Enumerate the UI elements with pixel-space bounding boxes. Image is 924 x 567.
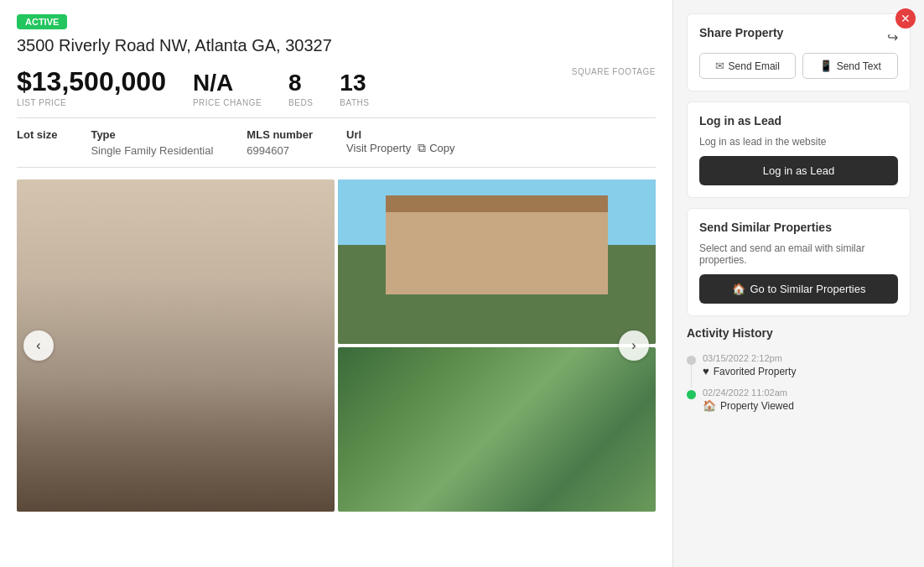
phone-icon: 📱 (819, 60, 833, 72)
send-email-label: Send Email (729, 60, 780, 72)
baths-value: 13 (340, 70, 369, 96)
send-email-button[interactable]: ✉ Send Email (699, 53, 796, 79)
beds-stat: 8 BEDS (288, 70, 313, 107)
activity-dot-1 (687, 390, 696, 399)
house-icon: 🏠 (703, 399, 716, 412)
list-price-value: $13,500,000 (17, 67, 166, 96)
email-icon: ✉ (715, 60, 724, 72)
activity-item-1: 02/24/2022 11:02am 🏠 Property Viewed (687, 382, 911, 417)
beds-value: 8 (288, 70, 313, 96)
price-change-label: PRICE CHANGE (193, 98, 262, 107)
house-front-image (338, 179, 656, 344)
type-label: Type (91, 128, 213, 141)
similar-properties-section: Send Similar Properties Select and send … (687, 208, 911, 316)
baths-label: BATHS (340, 98, 369, 107)
share-header: Share Property ↪ (699, 26, 898, 48)
copy-icon: ⧉ (418, 141, 426, 155)
activity-description-1: Property Viewed (720, 400, 794, 412)
activity-time-0: 03/15/2022 2:12pm (703, 353, 911, 363)
door-detail-image (17, 179, 335, 512)
list-price-stat: $13,500,000 LIST PRICE (17, 67, 166, 107)
share-title: Share Property (699, 26, 783, 39)
mls-value: 6994607 (247, 144, 313, 157)
heart-icon: ♥ (703, 365, 709, 377)
lot-size-detail: Lot size (17, 128, 57, 157)
list-price-label: LIST PRICE (17, 98, 166, 107)
url-section: Visit Property ⧉ Copy (346, 141, 454, 155)
url-label: Url (346, 128, 454, 141)
copy-label: Copy (429, 142, 454, 154)
login-lead-description: Log in as lead in the website (699, 136, 898, 148)
activity-title: Activity History (687, 326, 911, 340)
login-lead-section: Log in as Lead Log in as lead in the web… (687, 101, 911, 198)
next-image-button[interactable]: › (619, 330, 649, 361)
activity-content-1: 02/24/2022 11:02am 🏠 Property Viewed (703, 388, 911, 412)
activity-desc-1: 🏠 Property Viewed (703, 399, 911, 412)
share-buttons: ✉ Send Email 📱 Send Text (699, 53, 898, 79)
price-change-stat: N/A PRICE CHANGE (193, 70, 262, 107)
activity-desc-0: ♥ Favorited Property (703, 365, 911, 377)
activity-content-0: 03/15/2022 2:12pm ♥ Favorited Property (703, 353, 911, 377)
activity-list: 03/15/2022 2:12pm ♥ Favorited Property 0… (687, 348, 911, 417)
main-container: ACTIVE 3500 Riverly Road NW, Atlanta GA,… (0, 0, 924, 567)
share-export-icon[interactable]: ↪ (887, 29, 898, 45)
close-button[interactable]: ✕ (895, 8, 916, 29)
beds-label: BEDS (288, 98, 313, 107)
similar-button-label: Go to Similar Properties (750, 283, 866, 295)
property-address: 3500 Riverly Road NW, Atlanta GA, 30327 (17, 36, 656, 55)
images-grid: ‹ › (17, 179, 656, 512)
login-lead-title: Log in as Lead (699, 114, 898, 127)
share-property-section: Share Property ↪ ✉ Send Email 📱 Send Tex… (687, 13, 911, 91)
type-detail: Type Single Family Residential (91, 128, 213, 157)
aerial-image (338, 347, 656, 512)
activity-description-0: Favorited Property (714, 366, 797, 377)
details-row: Lot size Type Single Family Residential … (17, 128, 656, 168)
activity-section: Activity History 03/15/2022 2:12pm ♥ Fav… (687, 326, 911, 417)
left-panel: ACTIVE 3500 Riverly Road NW, Atlanta GA,… (0, 0, 672, 567)
login-as-lead-button[interactable]: Log in as Lead (699, 156, 898, 185)
activity-dot-0 (687, 356, 696, 365)
similar-title: Send Similar Properties (699, 221, 898, 234)
similar-description: Select and send an email with similar pr… (699, 242, 898, 266)
home-icon: 🏠 (732, 283, 745, 295)
mls-detail: MLS number 6994607 (247, 128, 313, 157)
url-detail: Url Visit Property ⧉ Copy (346, 128, 454, 157)
active-badge: ACTIVE (17, 14, 67, 29)
right-panel: Share Property ↪ ✉ Send Email 📱 Send Tex… (672, 0, 924, 567)
lot-size-label: Lot size (17, 128, 57, 141)
visit-property-link[interactable]: Visit Property (346, 142, 411, 154)
stats-row: $13,500,000 LIST PRICE N/A PRICE CHANGE … (17, 67, 656, 118)
square-footage-label: SQUARE FOOTAGE (572, 67, 656, 76)
send-text-label: Send Text (837, 60, 881, 72)
baths-stat: 13 BATHS (340, 70, 369, 107)
send-text-button[interactable]: 📱 Send Text (802, 53, 899, 79)
activity-time-1: 02/24/2022 11:02am (703, 388, 911, 398)
copy-button[interactable]: ⧉ Copy (418, 141, 454, 155)
mls-label: MLS number (247, 128, 313, 141)
price-change-value: N/A (193, 70, 262, 96)
go-to-similar-button[interactable]: 🏠 Go to Similar Properties (699, 274, 898, 304)
prev-image-button[interactable]: ‹ (23, 330, 54, 361)
type-value: Single Family Residential (91, 144, 213, 157)
activity-item-0: 03/15/2022 2:12pm ♥ Favorited Property (687, 348, 911, 382)
